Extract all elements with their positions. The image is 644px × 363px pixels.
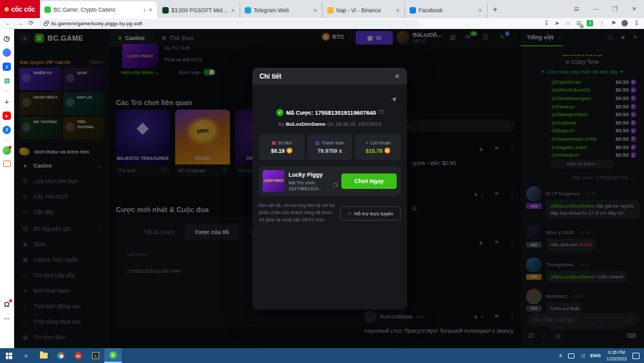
bet-datetime: 18:36:20, 23/1/2023 (336, 121, 381, 127)
start-button[interactable] (0, 348, 17, 363)
taskbar-search-icon[interactable]: ⌕ (17, 348, 35, 363)
minimize-button[interactable]: — (586, 0, 605, 18)
tab-favicon (410, 7, 416, 14)
restore-button[interactable]: ❐ (605, 0, 625, 18)
stat-label: Thanh toán (321, 141, 344, 145)
games-icon[interactable]: ⚄ (3, 77, 11, 85)
browser-tab[interactable]: BC.Game: Crypto Casino ♪ ✕ (40, 1, 157, 18)
share-icon[interactable]: ➤ (390, 94, 399, 104)
bet-details-modal: Chi tiết ✕ ➤ ✓ Mã Cược: 1755813019119607… (252, 68, 407, 309)
rail-divider (3, 140, 11, 141)
copy-icon[interactable]: ❐ (379, 110, 383, 115)
add-shortcut-icon[interactable]: + (3, 97, 11, 106)
bet-id-row: ✓ Mã Cược: 1755813019119607640 ❐ (252, 109, 407, 116)
tab-favicon (44, 6, 51, 13)
tray-expand-icon[interactable]: ∧ (559, 353, 563, 358)
promo-extension-icon[interactable] (3, 146, 11, 155)
stat-icon: ▦ (272, 141, 276, 146)
coin-icon: B (287, 148, 292, 153)
browser-toolbar: ← → ⟳ bc.game/vi/game/lucky-piggy-by-pg-… (0, 18, 644, 29)
league-of-legends-icon[interactable]: L (87, 348, 104, 363)
support-row: Mọi vấn đề, xin vui lòng liên hệ với bộ … (259, 202, 401, 224)
youtube-icon[interactable]: ▸ (3, 112, 11, 120)
browser-tab[interactable]: Facebook ✕ (405, 3, 488, 18)
clock[interactable]: 6:35 PM1/23/2023 (607, 349, 627, 362)
tab-close-icon[interactable]: ✕ (395, 8, 400, 14)
side-panel-icon[interactable]: ⊟ (567, 0, 586, 18)
coccoc-taskbar-icon[interactable]: c (104, 348, 122, 363)
adblock-extension-icon[interactable]: ⊟ (576, 21, 582, 26)
tab-close-icon[interactable]: ✕ (148, 7, 153, 13)
tab-close-icon[interactable]: ✕ (313, 8, 317, 14)
stat-icon: ▥ (315, 141, 319, 146)
red-app-icon[interactable]: m (70, 348, 87, 363)
downloads-icon[interactable]: ↧ (634, 21, 639, 26)
modal-title: Chi tiết (260, 73, 281, 80)
facebook-icon[interactable]: f (3, 126, 11, 134)
tab-close-icon[interactable]: ✕ (231, 8, 235, 14)
volume-icon[interactable]: ◁ (580, 353, 584, 358)
copy-icon[interactable]: ❐ (333, 182, 337, 188)
new-tab-button[interactable]: + (488, 5, 503, 14)
bet-player-name[interactable]: BúLozDồnDame (286, 121, 326, 127)
tab-close-icon[interactable]: ✕ (478, 8, 482, 14)
coccoc-brand[interactable]: cốc cốc (0, 0, 40, 18)
browser-tab[interactable]: $3,000 PGSOFT Mid-Week M ✕ (158, 3, 240, 18)
browser-tab[interactable]: Telegram Web ✕ (240, 3, 323, 18)
history-icon[interactable]: ◷ (3, 34, 11, 43)
forward-icon[interactable]: → (17, 20, 23, 26)
back-icon[interactable]: ← (5, 20, 12, 26)
save-icon[interactable]: ↧ (544, 21, 549, 26)
tab-favicon (327, 7, 334, 14)
zalo-icon[interactable]: Z (3, 63, 11, 71)
stat-box: ✦Lợi nhuận $15.78B (355, 134, 401, 160)
bet-stats: ▦Số tiền $0.19B ▥Thanh toán 79.9759 xB ✦… (259, 134, 401, 160)
messenger-icon[interactable] (3, 48, 11, 57)
download-manager-extension-icon[interactable]: ↧ (587, 20, 593, 26)
extensions-icon[interactable]: ⋮ (599, 21, 605, 26)
bookmark-star-icon[interactable]: ☆ (565, 21, 571, 26)
system-tray: ∧ ◁ ENG 6:35 PM1/23/2023 (559, 349, 644, 362)
chrome-icon[interactable] (52, 348, 70, 363)
verified-check-icon: ✓ (276, 109, 283, 116)
game-name: Lucky Piggy (289, 172, 337, 178)
coccoc-logo-icon (5, 7, 9, 12)
stat-value: $0.19 (271, 148, 285, 154)
stat-box: ▥Thanh toán 79.9759 xB (307, 134, 353, 160)
stat-icon: ✦ (365, 141, 369, 146)
browser-tab[interactable]: Nap - VI - Binance ✕ (323, 3, 405, 18)
bcgame-page: ≡ B BC.GAME Đặc quyền VIP của tôi Thêm ›… (14, 29, 644, 348)
coin-icon: B (384, 148, 390, 153)
rail-more-icon[interactable]: ⋯ (3, 314, 11, 322)
modal-close-icon[interactable]: ✕ (395, 73, 400, 80)
shopping-cart-icon[interactable] (3, 161, 11, 167)
action-center-icon[interactable] (632, 353, 639, 359)
network-icon[interactable] (568, 353, 574, 358)
stat-label: Số tiền (278, 141, 292, 145)
address-bar[interactable]: bc.game/vi/game/lucky-piggy-by-pg-soft (39, 19, 419, 28)
language-indicator[interactable]: ENG (591, 353, 601, 358)
support-note: Mọi vấn đề, xin vui lòng liên hệ với bộ … (259, 202, 335, 224)
headset-icon: ∩ (347, 210, 352, 217)
tab-audio-icon[interactable]: ♪ (143, 7, 146, 13)
browser-tabs: BC.Game: Crypto Casino ♪ ✕ $3,000 PGSOFT… (40, 0, 488, 18)
stat-label: Lợi nhuận (370, 141, 390, 145)
game-id-row: Mã Trò chơi: 16174861314...❐ (289, 180, 337, 191)
browser-side-rail: ◷ Z ⚄ + ▸ f Ω ⋯ (0, 29, 14, 348)
live-support-button[interactable]: ∩ Hỗ trợ trực tuyến (340, 206, 401, 221)
lock-icon[interactable] (44, 23, 48, 26)
notification-bell-icon[interactable]: Ω (3, 300, 11, 308)
tab-favicon (162, 7, 169, 14)
tab-favicon (245, 7, 251, 14)
file-explorer-icon[interactable] (35, 348, 52, 363)
close-button[interactable]: ✕ (625, 0, 644, 18)
stat-value: 79.9759 x (317, 148, 342, 154)
url-text[interactable]: bc.game/vi/game/lucky-piggy-by-pg-soft (51, 21, 142, 26)
share-icon[interactable]: ➤ (554, 21, 560, 26)
game-thumbnail[interactable]: LUCKY PIGGY (263, 170, 285, 192)
play-now-button[interactable]: Chơi Ngay (341, 173, 397, 189)
toolbar-icons: ↧ ➤ ☆ ⊟ ↧ ⋮ ⚑ ↧ (544, 20, 639, 26)
reload-icon[interactable]: ⟳ (28, 20, 33, 26)
profile-avatar[interactable] (621, 20, 628, 26)
flag-icon[interactable]: ⚑ (611, 21, 616, 26)
